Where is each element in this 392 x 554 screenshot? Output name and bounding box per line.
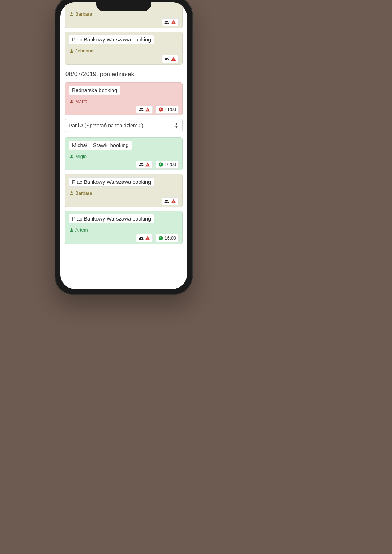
user-name: Johanna (75, 48, 93, 54)
date-header: 08/07/2019, poniedziałek (65, 71, 183, 78)
clock-icon (158, 162, 163, 167)
group-icon (164, 56, 169, 62)
phone-frame: x Barbara Plac Bankowy Warszawa booking (55, 0, 193, 295)
user-icon (69, 99, 74, 104)
user-name: Barbara (75, 11, 92, 17)
card-title: Plac Bankowy Warszawa booking (69, 214, 154, 223)
alert-icon (171, 199, 176, 204)
group-alert-badge (162, 18, 179, 26)
group-icon (139, 162, 144, 167)
group-icon (164, 199, 169, 204)
phone-screen: x Barbara Plac Bankowy Warszawa booking (60, 2, 187, 289)
booking-card[interactable]: Michał – Stawki booking Migle 16:00 (65, 137, 183, 170)
group-icon (164, 20, 169, 25)
user-icon (69, 49, 74, 53)
selector-label: Pani A (Sprzątań na ten dzień: 0) (69, 123, 143, 128)
time-badge: 16:00 (156, 234, 179, 242)
time-label: 11:00 (165, 107, 176, 112)
group-alert-badge (136, 234, 153, 242)
user-icon (69, 228, 74, 232)
time-label: 16:00 (165, 162, 176, 167)
card-title: Bednarska booking (69, 86, 120, 95)
alert-icon (145, 162, 150, 167)
user-icon (69, 154, 74, 159)
card-user: Barbara (69, 190, 179, 196)
group-alert-badge (162, 55, 179, 63)
card-title: Plac Bankowy Warszawa booking (69, 35, 154, 44)
card-title: Michał – Stawki booking (69, 141, 132, 150)
card-user: Marta (69, 99, 179, 104)
user-name: Migle (75, 154, 87, 159)
booking-card[interactable]: Plac Bankowy Warszawa booking Johanna (65, 32, 183, 65)
booking-card[interactable]: Bednarska booking Marta 11:00 (65, 82, 183, 115)
group-alert-badge (136, 161, 153, 169)
card-user: Migle (69, 154, 179, 159)
clock-icon (158, 236, 163, 241)
card-user: Artem (69, 227, 179, 233)
time-badge: 11:00 (156, 106, 179, 114)
user-name: Barbara (75, 190, 92, 196)
alert-icon (171, 20, 176, 25)
group-icon (139, 107, 144, 112)
time-label: 16:00 (165, 236, 176, 241)
user-icon (69, 12, 74, 16)
scroll-area[interactable]: x Barbara Plac Bankowy Warszawa booking (60, 2, 187, 289)
card-user: Johanna (69, 48, 179, 54)
time-badge: 16:00 (156, 161, 179, 169)
user-name: Artem (75, 227, 88, 233)
group-alert-badge (136, 106, 153, 114)
group-alert-badge (162, 197, 179, 205)
booking-card[interactable]: Plac Bankowy Warszawa booking Artem 16:0… (65, 211, 183, 244)
booking-card[interactable]: x Barbara (65, 2, 183, 28)
user-name: Marta (75, 99, 87, 104)
user-icon (69, 191, 74, 195)
card-user: Barbara (69, 11, 179, 17)
alert-icon (145, 236, 150, 241)
clock-icon (158, 107, 163, 112)
card-title: Plac Bankowy Warszawa booking (69, 177, 154, 187)
group-icon (139, 236, 144, 241)
chevron-updown-icon: ▲▼ (175, 122, 179, 129)
booking-card[interactable]: Plac Bankowy Warszawa booking Barbara (65, 174, 183, 207)
alert-icon (145, 107, 150, 112)
cleaner-selector[interactable]: Pani A (Sprzątań na ten dzień: 0) ▲▼ (65, 119, 183, 132)
alert-icon (171, 56, 176, 62)
